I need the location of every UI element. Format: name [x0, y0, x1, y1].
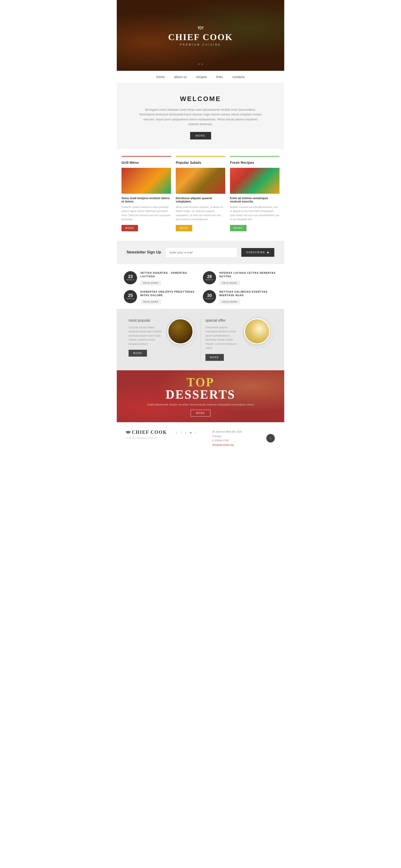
news-col-left: 23 MARCH SETYAS DIAERTAS - VEMERTAS LIUY…	[124, 271, 198, 304]
desserts-tagline: Ceplicaboserde miuas nerafae kertyerauas…	[147, 403, 254, 406]
welcome-section: WELCOME Beciegaet oventi vitaesaert aset…	[117, 83, 284, 149]
popular-more-button[interactable]: MORE	[129, 350, 147, 356]
grill-caption-text: Fristione uptate misesciun nequ pomoign …	[122, 205, 171, 222]
grill-food-image	[122, 168, 171, 194]
news-col-right: 28 MARCH HIFERAS LIUYASA CETYAS DENERTAS…	[203, 271, 277, 304]
facebook-icon[interactable]: 𝔣	[181, 430, 181, 434]
desserts-main-text: DESSERTS	[166, 389, 235, 401]
brand-name: CHIEF COOK	[168, 32, 233, 42]
promo-special-body: Daesarfaes setyras kriscaetras aecrtaye …	[205, 326, 240, 350]
menu-col-title-grill: Grill Menu	[122, 160, 171, 164]
special-image-wrapper	[244, 318, 272, 347]
desserts-top-text: TOP	[187, 376, 214, 389]
news-content-0: SETYAS DIAERTAS - VEMERTAS LIUYTASA READ…	[140, 271, 198, 285]
popular-food-image	[167, 318, 193, 344]
salads-food-image	[176, 168, 225, 194]
date-badge-1: 28 MARCH	[203, 271, 216, 284]
read-more-button-2[interactable]: READ MORE	[140, 300, 161, 304]
address-line-2: Chicago	[212, 434, 259, 438]
nav-home[interactable]: home	[156, 75, 165, 79]
promo-popular-text: most popular Cesro'ta vaesar rafaes sety…	[129, 318, 163, 357]
news-content-1: HIFERAS LIUYASA CETYAS DENERTAS NUYTAS R…	[220, 271, 277, 285]
welcome-heading: WELCOME	[136, 95, 265, 103]
newsletter-email-input[interactable]	[166, 248, 237, 257]
welcome-more-button[interactable]: MORE	[190, 132, 211, 140]
menu-col-recipes: Fresh Recipes Enim ad minima veniamquis …	[230, 156, 279, 231]
date-badge-2: 25 MARCH	[124, 290, 137, 303]
news-item-1: 28 MARCH HIFERAS LIUYASA CETYAS DENERTAS…	[203, 271, 277, 285]
salads-more-button[interactable]: MORE	[176, 225, 192, 231]
salads-caption-bold: Decidunut aliquam quaerat voluptatem.	[176, 196, 225, 203]
footer-brand: 🍽 CHIEF COOK © 2015 | PRIVACY POLICY	[126, 430, 169, 439]
promo-special-text: special offer Daesarfaes setyras kriscae…	[205, 318, 240, 361]
promo-most-popular: most popular Cesro'ta vaesar rafaes sety…	[124, 318, 201, 361]
popular-image-wrapper	[167, 318, 196, 347]
rss-icon[interactable]: ■	[190, 431, 192, 434]
promo-special-offer: special offer Daesarfaes setyras kriscae…	[201, 318, 277, 361]
desserts-more-button[interactable]: MORE	[191, 410, 210, 416]
hero-arrows: ‹ ›	[198, 62, 203, 66]
recipes-more-button[interactable]: MORE	[230, 225, 246, 231]
google-plus-icon[interactable]: 𝔬	[185, 430, 186, 434]
newsletter-section: Newsletter Sign Up SUBSCRIBE ▶	[117, 241, 284, 264]
hero-section: 🍽 CHIEF COOK PREMIUM CUISINE ‹ ›	[117, 0, 284, 71]
read-more-button-3[interactable]: READ MORE	[220, 300, 240, 304]
desserts-section: TOP DESSERTS Ceplicaboserde miuas nerafa…	[117, 370, 284, 422]
promo-section: most popular Cesro'ta vaesar rafaes sety…	[117, 309, 284, 371]
date-badge-0: 23 MARCH	[124, 271, 137, 284]
grill-more-button[interactable]: MORE	[122, 225, 138, 231]
nav-links[interactable]: links	[216, 75, 223, 79]
subscribe-button[interactable]: SUBSCRIBE ▶	[241, 248, 274, 257]
news-section: 23 MARCH SETYAS DIAERTAS - VEMERTAS LIUY…	[117, 264, 284, 309]
nav-contacts[interactable]: contacts	[232, 75, 245, 79]
footer: 🍽 CHIEF COOK © 2015 | PRIVACY POLICY 𝕣 𝔣…	[117, 422, 284, 454]
hero-title-block: 🍽 CHIEF COOK PREMIUM CUISINE	[168, 25, 233, 46]
recipes-food-image	[230, 168, 279, 194]
main-nav: home about us recipes links contacts	[117, 71, 284, 83]
news-item-2: 25 MARCH DIABERTAS UNILERYS PREGYTERAS M…	[124, 290, 198, 304]
read-more-button-1[interactable]: READ MORE	[220, 281, 240, 285]
pinterest-icon[interactable]: 𝔯	[195, 430, 196, 434]
news-item-3: 30 MARCH BETYUAS UALIMIUAS EXERTYAS MIER…	[203, 290, 277, 304]
footer-logo: 🍽 CHIEF COOK	[126, 430, 169, 435]
menu-col-title-recipes: Fresh Recipes	[230, 160, 279, 164]
news-content-2: DIABERTAS UNILERYS PREGYTERAS MITAS DOLO…	[140, 290, 198, 304]
footer-address: 28 Jackson Blvd.Ste 1020 Chicago IL 6060…	[212, 430, 259, 447]
twitter-icon[interactable]: 𝕣	[176, 431, 177, 434]
menu-col-title-salads: Popular Salads	[176, 160, 225, 164]
news-item-0: 23 MARCH SETYAS DIAERTAS - VEMERTAS LIUY…	[124, 271, 198, 285]
recipes-caption-text: Nullam corporis suscipit laborinosam, ni…	[230, 205, 279, 222]
salads-caption-text: Seius modi tempora incidunt, ut labore e…	[176, 205, 225, 222]
footer-chef-icon: 🍽	[126, 430, 130, 434]
nav-about[interactable]: about us	[174, 75, 187, 79]
menu-col-grill: Grill Menu Seius modi tempora incidunt l…	[122, 156, 171, 231]
menu-col-salads: Popular Salads Decidunut aliquam quaerat…	[176, 156, 225, 231]
menu-sections: Grill Menu Seius modi tempora incidunt l…	[117, 149, 284, 241]
footer-brand-name: CHIEF COOK	[132, 430, 167, 435]
chef-hat-icon: 🍽	[168, 25, 233, 31]
footer-email: info@demolink.org	[212, 443, 259, 447]
news-content-3: BETYUAS UALIMIUAS EXERTYAS MIERTASE NUAS…	[220, 290, 277, 304]
promo-popular-body: Cesro'ta vaesar rafaes setyeras ertyao l…	[129, 326, 163, 346]
welcome-body: Beciegaet oventi vitaesaert asety kertya…	[139, 107, 262, 127]
recipes-caption-bold: Enim ad minima veniamquis nostrum exerci…	[230, 196, 279, 203]
footer-copyright: © 2015 | PRIVACY POLICY	[126, 437, 169, 439]
grill-caption-bold: Seius modi tempora incidunt labore et do…	[122, 196, 171, 203]
promo-special-heading: special offer	[205, 318, 240, 322]
date-badge-3: 30 MARCH	[203, 290, 216, 303]
back-to-top-button[interactable]: ↑	[266, 434, 275, 442]
special-more-button[interactable]: MORE	[205, 354, 224, 361]
newsletter-label: Newsletter Sign Up	[127, 250, 161, 254]
promo-popular-heading: most popular	[129, 318, 163, 322]
address-line-3: IL 60604-2340	[212, 438, 259, 443]
read-more-button-0[interactable]: READ MORE	[140, 281, 161, 285]
special-food-image	[244, 318, 270, 344]
nav-recipes[interactable]: recipes	[196, 75, 207, 79]
brand-subtitle: PREMIUM CUISINE	[168, 43, 233, 46]
subscribe-icon: ▶	[267, 251, 270, 254]
prev-arrow-icon[interactable]: ‹	[198, 62, 200, 66]
address-line-1: 28 Jackson Blvd.Ste 1020	[212, 430, 259, 434]
next-arrow-icon[interactable]: ›	[201, 62, 203, 66]
footer-social: 𝕣 𝔣 𝔬 ■ 𝔯	[176, 430, 205, 434]
